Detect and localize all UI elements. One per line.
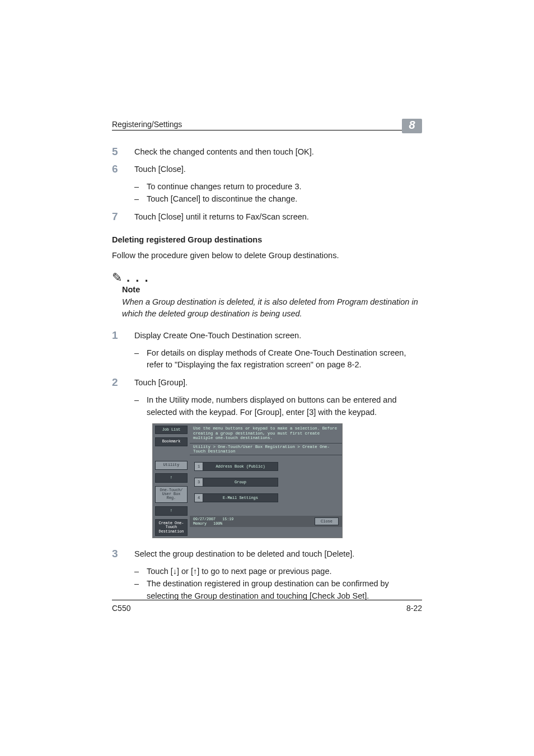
arrow-up-icon: ↑	[155, 473, 188, 483]
step-text: Display Create One-Touch Destination scr…	[134, 330, 422, 342]
step-number: 5	[112, 146, 134, 158]
device-screenshot: Job List Bookmark Use the menu buttons o…	[152, 423, 343, 539]
step-text: Check the changed contents and then touc…	[134, 146, 422, 158]
footer-date: 09/27/2007	[193, 517, 216, 521]
step-text: Touch [Close] until it returns to Fax/Sc…	[134, 211, 422, 223]
note-label: Note	[122, 285, 422, 294]
step-7: 7 Touch [Close] until it returns to Fax/…	[112, 211, 422, 223]
page-footer: C550 8-22	[112, 600, 422, 613]
footer-model: C550	[112, 604, 130, 613]
close-button[interactable]: Close	[315, 517, 339, 525]
step-3: 3 Select the group destination to be del…	[112, 548, 422, 560]
step-3-subitems: –Touch [↓] or [↑] to go to next page or …	[134, 566, 422, 602]
section-heading: Deleting registered Group destinations	[112, 235, 422, 244]
option-group[interactable]: 3 Group	[194, 478, 278, 487]
option-email-settings[interactable]: 4 E-Mail Settings	[194, 493, 278, 502]
step-text: Touch [Group].	[134, 377, 422, 389]
footer-mem-value: 100%	[213, 521, 222, 526]
page-header: Registering/Settings 8	[112, 119, 422, 130]
chapter-number-tab: 8	[402, 119, 422, 133]
step-1-subitems: –For details on display methods of Creat…	[134, 347, 422, 372]
step-2-subitems: –In the Utility mode, numbers displayed …	[134, 394, 422, 419]
breadcrumb: Utility > One-Touch/User Box Registratio…	[190, 443, 342, 455]
step-6-subitems: –To continue changes return to procedure…	[134, 181, 422, 206]
option-label: Address Book (Public)	[203, 462, 278, 471]
option-number: 4	[194, 493, 203, 502]
option-address-book[interactable]: 1 Address Book (Public)	[194, 462, 278, 471]
step-text: Touch [Close].	[134, 164, 422, 175]
option-number: 1	[194, 462, 203, 471]
nav-create-one-touch[interactable]: Create One-Touch Destination	[155, 519, 188, 536]
step-number: 3	[112, 548, 134, 560]
step-number: 7	[112, 211, 134, 223]
footer-time: 15:19	[222, 517, 233, 521]
arrow-up-icon: ↑	[155, 506, 188, 516]
sub-text: Touch [↓] or [↑] to go to next page or p…	[147, 566, 331, 578]
sub-text: Touch [Cancel] to discontinue the change…	[147, 193, 297, 206]
note-body: When a Group destination is deleted, it …	[122, 296, 422, 320]
step-number: 1	[112, 330, 134, 342]
footer-mem-label: Memory	[193, 521, 207, 526]
sub-text: The destination registered in group dest…	[147, 578, 422, 603]
note-icon: ✎ . . .	[112, 270, 422, 285]
footer-page: 8-22	[406, 604, 422, 613]
step-5: 5 Check the changed contents and then to…	[112, 146, 422, 158]
tab-job-list[interactable]: Job List	[155, 426, 188, 434]
hint-text: Use the menu buttons or keypad to make a…	[190, 424, 342, 444]
sub-text: To continue changes return to procedure …	[147, 181, 301, 193]
nav-one-touch[interactable]: One-Touch/ User Box Reg.	[155, 486, 188, 503]
tab-bookmark[interactable]: Bookmark	[155, 437, 188, 446]
step-text: Select the group destination to be delet…	[134, 548, 422, 560]
step-2: 2 Touch [Group].	[112, 377, 422, 389]
sub-text: For details on display methods of Create…	[147, 347, 422, 372]
option-number: 3	[194, 478, 203, 487]
option-label: Group	[203, 478, 278, 487]
nav-utility[interactable]: Utility	[155, 461, 188, 469]
option-label: E-Mail Settings	[203, 493, 278, 502]
step-number: 2	[112, 377, 134, 389]
section-intro: Follow the procedure given below to dele…	[112, 250, 422, 262]
step-1: 1 Display Create One-Touch Destination s…	[112, 330, 422, 342]
header-title: Registering/Settings	[112, 120, 182, 129]
sub-text: In the Utility mode, numbers displayed o…	[147, 394, 422, 419]
step-number: 6	[112, 164, 134, 175]
step-6: 6 Touch [Close].	[112, 164, 422, 175]
